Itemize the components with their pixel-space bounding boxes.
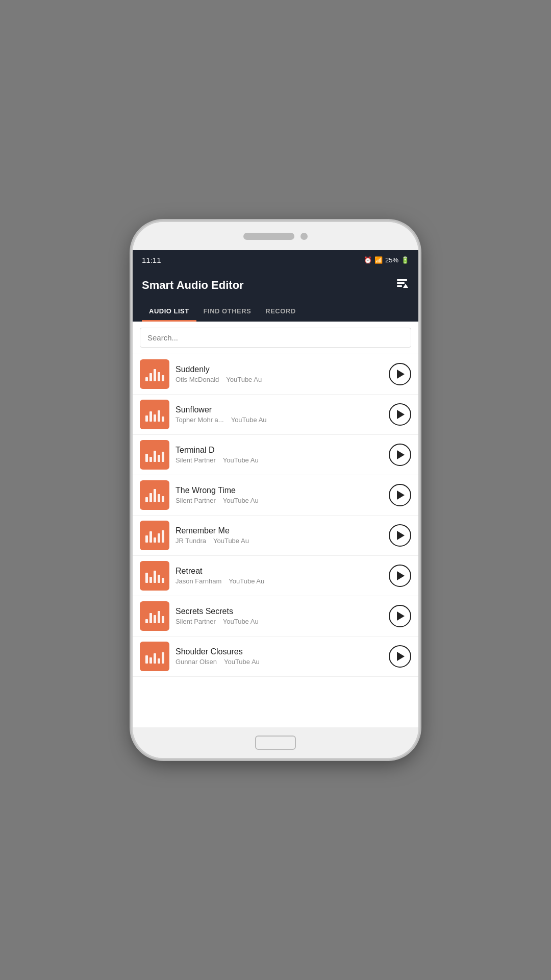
- audio-meta: Gunnar Olsen YouTube Au: [176, 658, 383, 666]
- bar-chart-icon: [145, 528, 164, 543]
- play-button[interactable]: [389, 524, 411, 547]
- bar: [149, 493, 152, 502]
- audio-meta: JR Tundra YouTube Au: [176, 537, 383, 545]
- audio-info: Suddenly Otis McDonald YouTube Au: [176, 365, 383, 383]
- audio-meta: Silent Partner YouTube Au: [176, 618, 383, 625]
- play-triangle-icon: [397, 652, 405, 661]
- audio-item[interactable]: Remember Me JR Tundra YouTube Au: [133, 516, 418, 556]
- bar: [162, 375, 164, 381]
- audio-source: YouTube Au: [213, 537, 249, 545]
- phone-bottom-bar: [133, 727, 418, 758]
- bar: [154, 369, 156, 381]
- bar-chart-icon: [145, 448, 164, 462]
- bar: [158, 410, 160, 422]
- tab-find-others[interactable]: FIND OTHERS: [196, 302, 259, 322]
- audio-artist: Silent Partner: [176, 497, 216, 504]
- battery-percent: 25%: [385, 256, 398, 264]
- bar: [162, 416, 164, 422]
- audio-info: Shoulder Closures Gunnar Olsen YouTube A…: [176, 647, 383, 666]
- bar: [149, 373, 152, 381]
- audio-info: Sunflower Topher Mohr a... YouTube Au: [176, 405, 383, 424]
- audio-thumbnail: [140, 440, 169, 470]
- play-button[interactable]: [389, 363, 411, 385]
- bar: [149, 613, 152, 623]
- app-title-row: Smart Audio Editor: [142, 277, 409, 294]
- play-button[interactable]: [389, 484, 411, 506]
- bar: [145, 497, 148, 502]
- audio-item[interactable]: Terminal D Silent Partner YouTube Au: [133, 435, 418, 475]
- audio-title: The Wrong Time: [176, 486, 383, 495]
- bar: [154, 537, 156, 543]
- play-button[interactable]: [389, 645, 411, 668]
- audio-item[interactable]: The Wrong Time Silent Partner YouTube Au: [133, 475, 418, 516]
- play-button[interactable]: [389, 403, 411, 426]
- audio-artist: Silent Partner: [176, 618, 216, 625]
- play-button[interactable]: [389, 444, 411, 466]
- audio-info: Secrets Secrets Silent Partner YouTube A…: [176, 607, 383, 625]
- sort-icon[interactable]: [395, 277, 409, 294]
- bar: [154, 653, 156, 664]
- audio-thumbnail: [140, 521, 169, 550]
- audio-item[interactable]: Suddenly Otis McDonald YouTube Au: [133, 354, 418, 395]
- svg-marker-3: [403, 284, 408, 288]
- bar: [149, 457, 152, 462]
- audio-source: YouTube Au: [229, 577, 264, 585]
- audio-item[interactable]: Shoulder Closures Gunnar Olsen YouTube A…: [133, 636, 418, 677]
- play-button[interactable]: [389, 565, 411, 587]
- audio-meta: Silent Partner YouTube Au: [176, 497, 383, 504]
- bar: [158, 658, 160, 664]
- audio-source: YouTube Au: [223, 618, 259, 625]
- battery-icon: 🔋: [401, 256, 409, 264]
- audio-info: Terminal D Silent Partner YouTube Au: [176, 446, 383, 464]
- audio-title: Retreat: [176, 567, 383, 576]
- main-content: Suddenly Otis McDonald YouTube Au Sunflo…: [133, 322, 418, 727]
- audio-artist: Topher Mohr a...: [176, 416, 224, 424]
- audio-artist: Jason Farnham: [176, 577, 221, 585]
- play-triangle-icon: [397, 410, 405, 419]
- audio-item[interactable]: Secrets Secrets Silent Partner YouTube A…: [133, 596, 418, 636]
- play-button[interactable]: [389, 605, 411, 627]
- audio-artist: JR Tundra: [176, 537, 206, 545]
- bar-chart-icon: [145, 488, 164, 502]
- tabs: AUDIO LIST FIND OTHERS RECORD: [142, 302, 409, 322]
- play-triangle-icon: [397, 370, 405, 379]
- phone-camera: [300, 233, 308, 240]
- bar: [149, 657, 152, 664]
- bar: [154, 489, 156, 502]
- audio-meta: Otis McDonald YouTube Au: [176, 376, 383, 383]
- bar: [145, 415, 148, 422]
- bar: [162, 652, 164, 664]
- phone-screen: 11:11 ⏰ 📶 25% 🔋 Smart Audio Editor: [133, 250, 418, 727]
- bar: [145, 377, 148, 381]
- audio-meta: Topher Mohr a... YouTube Au: [176, 416, 383, 424]
- bar-chart-icon: [145, 609, 164, 623]
- audio-source: YouTube Au: [224, 658, 260, 666]
- bar: [154, 571, 156, 583]
- tab-audio-list[interactable]: AUDIO LIST: [142, 302, 196, 322]
- audio-meta: Silent Partner YouTube Au: [176, 456, 383, 464]
- bar: [158, 611, 160, 623]
- audio-title: Sunflower: [176, 405, 383, 414]
- status-bar: 11:11 ⏰ 📶 25% 🔋: [133, 250, 418, 270]
- tab-record[interactable]: RECORD: [258, 302, 303, 322]
- search-input[interactable]: [140, 328, 411, 348]
- bar: [145, 454, 148, 462]
- audio-title: Shoulder Closures: [176, 647, 383, 656]
- play-triangle-icon: [397, 571, 405, 580]
- home-button[interactable]: [255, 736, 296, 750]
- status-icons: ⏰ 📶 25% 🔋: [364, 256, 409, 264]
- audio-source: YouTube Au: [223, 497, 259, 504]
- app-header: Smart Audio Editor AUDIO LIST FIND OTHER…: [133, 270, 418, 322]
- audio-item[interactable]: Retreat Jason Farnham YouTube Au: [133, 556, 418, 596]
- bar: [162, 616, 164, 623]
- bar-chart-icon: [145, 367, 164, 381]
- bar-chart-icon: [145, 407, 164, 422]
- audio-artist: Otis McDonald: [176, 376, 219, 383]
- audio-source: YouTube Au: [226, 376, 262, 383]
- bar: [158, 575, 160, 583]
- bar: [145, 619, 148, 623]
- audio-info: Retreat Jason Farnham YouTube Au: [176, 567, 383, 585]
- audio-item[interactable]: Sunflower Topher Mohr a... YouTube Au: [133, 395, 418, 435]
- bar-chart-icon: [145, 569, 164, 583]
- bar-chart-icon: [145, 649, 164, 664]
